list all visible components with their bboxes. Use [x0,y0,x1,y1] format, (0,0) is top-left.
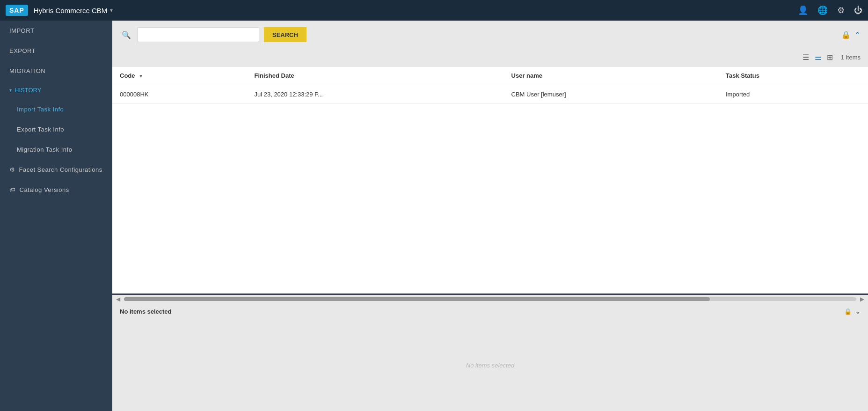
sidebar-section-history-label: HISTORY [15,87,41,94]
scroll-left-icon[interactable]: ◀ [114,296,122,302]
globe-icon[interactable]: 🌐 [817,5,828,15]
cell-user-name: CBM User [iemuser] [504,85,718,104]
detail-header-icons: 🔒 ⌄ [844,308,861,315]
sidebar-item-migration[interactable]: MIGRATION [0,61,112,81]
sidebar-item-migration-label: MIGRATION [9,67,45,74]
power-icon[interactable]: ⏻ [854,6,862,15]
header-icons: 👤 🌐 ⚙ ⏻ [798,5,862,15]
sap-logo: SAP [6,5,28,16]
toolbar: ☰ ⚌ ⊞ 1 items [112,49,868,66]
sort-icon: ▼ [139,73,143,79]
view-list-icon[interactable]: ☰ [801,51,810,63]
detail-lock-icon[interactable]: 🔒 [844,308,852,315]
sidebar-item-export[interactable]: EXPORT [0,41,112,61]
user-icon[interactable]: 👤 [798,5,808,15]
search-button[interactable]: SEARCH [264,27,306,42]
col-header-code[interactable]: Code ▼ [112,66,247,85]
sidebar-item-facet-search[interactable]: ⚙ Facet Search Configurations [0,160,112,180]
table-area: Code ▼ Finished Date User name Task Stat… [112,66,868,295]
sidebar-item-export-task-info[interactable]: Export Task Info [0,119,112,139]
lock-top-icon[interactable]: 🔒 [841,30,851,39]
collapse-icon[interactable]: ⌃ [854,30,861,39]
sidebar-item-migration-task-info[interactable]: Migration Task Info [0,139,112,160]
app-title-chevron-icon[interactable]: ▾ [110,7,113,14]
sidebar-item-catalog-versions[interactable]: 🏷 Catalog Versions [0,180,112,200]
table-row[interactable]: 000008HK Jul 23, 2020 12:33:29 P... CBM … [112,85,868,104]
search-area: 🔍 SEARCH 🔒 ⌃ [112,21,868,49]
sidebar-item-export-label: EXPORT [9,47,36,54]
col-header-user-name[interactable]: User name [504,66,718,85]
search-input[interactable] [138,27,259,42]
detail-empty-text: No items selected [466,362,514,369]
view-detail-icon[interactable]: ⚌ [813,51,823,63]
app-title: Hybris Commerce CBM ▾ [34,7,113,15]
sidebar-item-import-task-info[interactable]: Import Task Info [0,99,112,119]
sidebar-item-catalog-versions-label: Catalog Versions [20,186,69,193]
scroll-thumb [124,297,710,301]
horizontal-scrollbar[interactable]: ◀ ▶ [112,295,868,303]
search-magnifier-icon[interactable]: 🔍 [120,29,133,41]
scroll-right-icon[interactable]: ▶ [858,296,866,302]
sidebar: IMPORT EXPORT MIGRATION ▾ HISTORY Import… [0,21,112,411]
catalog-versions-icon: 🏷 [9,186,16,193]
cell-code: 000008HK [112,85,247,104]
detail-panel: No items selected 🔒 ⌄ No items selected [112,303,868,411]
item-count: 1 items [841,54,861,61]
scroll-track[interactable] [124,297,856,301]
main-layout: IMPORT EXPORT MIGRATION ▾ HISTORY Import… [0,21,868,411]
sidebar-item-import[interactable]: IMPORT [0,21,112,41]
sidebar-item-export-task-info-label: Export Task Info [17,126,64,133]
col-header-finished-date[interactable]: Finished Date [247,66,503,85]
view-grid-icon[interactable]: ⊞ [825,51,834,63]
sidebar-item-facet-search-label: Facet Search Configurations [19,166,102,173]
top-header: SAP Hybris Commerce CBM ▾ 👤 🌐 ⚙ ⏻ [0,0,868,21]
table-header: Code ▼ Finished Date User name Task Stat… [112,66,868,85]
sidebar-item-import-task-info-label: Import Task Info [17,106,64,113]
data-table: Code ▼ Finished Date User name Task Stat… [112,66,868,104]
table-body: 000008HK Jul 23, 2020 12:33:29 P... CBM … [112,85,868,104]
detail-expand-icon[interactable]: ⌄ [855,308,861,315]
sidebar-item-import-label: IMPORT [9,27,34,34]
detail-header: No items selected 🔒 ⌄ [112,303,868,320]
col-header-task-status[interactable]: Task Status [718,66,868,85]
settings-icon[interactable]: ⚙ [837,5,845,15]
facet-search-icon: ⚙ [9,166,15,173]
app-title-text: Hybris Commerce CBM [34,7,108,15]
top-action-icons: 🔒 ⌃ [841,30,861,39]
cell-finished-date: Jul 23, 2020 12:33:29 P... [247,85,503,104]
cell-task-status: Imported [718,85,868,104]
sidebar-section-history[interactable]: ▾ HISTORY [0,81,112,99]
detail-title: No items selected [120,308,172,315]
history-arrow-icon: ▾ [9,88,12,93]
content-area: 🔍 SEARCH 🔒 ⌃ ☰ ⚌ ⊞ 1 items Code [112,21,868,411]
detail-body: No items selected [112,320,868,411]
sidebar-item-migration-task-info-label: Migration Task Info [17,146,72,153]
